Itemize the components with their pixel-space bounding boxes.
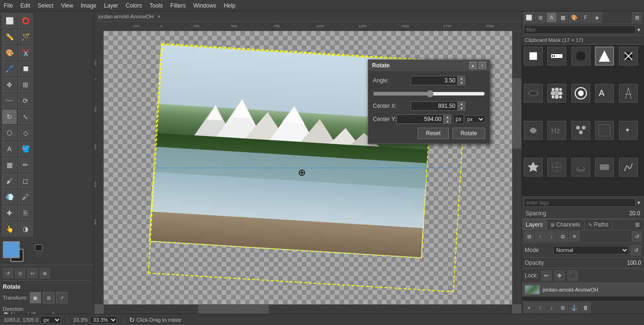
tool-heal[interactable]: ✚ [2,205,17,220]
tool-shear[interactable]: ⬡ [2,125,17,140]
tab-paths[interactable]: ✎ Paths [585,219,613,230]
rotate-dialog-titlebar[interactable]: Rotate ▲ × [368,60,490,71]
brush-cell[interactable] [547,47,566,65]
rotate-dialog-close[interactable]: × [479,62,486,69]
tool-smudge[interactable]: 👆 [2,221,17,236]
brush-cell[interactable] [547,84,566,103]
menu-file[interactable]: File [0,1,17,10]
lock-alpha-btn[interactable]: ⬛ [568,270,578,281]
swap-colors-icon[interactable] [35,244,42,251]
dynamics-icon[interactable]: ◈ [592,12,602,23]
menu-colors[interactable]: Colors [122,1,146,10]
brush-cell[interactable]: Hz [547,121,566,140]
menu-image[interactable]: Image [77,1,100,10]
layers-duplicate-btn[interactable]: ⧉ [558,231,568,242]
tool-select-color[interactable]: 🎨 [2,45,17,60]
tool-pencil[interactable]: ✏ [18,157,33,172]
transform-btn-1[interactable]: ▣ [30,292,41,303]
options-delete-btn[interactable]: ⊗ [40,268,50,278]
tool-free-select[interactable]: ✏️ [2,29,17,44]
reset-button[interactable]: Reset [418,128,448,139]
tool-ink[interactable]: 🖋 [18,189,33,204]
palette-icon[interactable]: 🎨 [569,12,579,23]
delete-layer-btn[interactable]: 🗑 [580,302,591,313]
brush-expand-icon[interactable]: ⊠ [632,12,642,23]
menu-tools[interactable]: Tools [146,1,166,10]
tool-transform[interactable]: ⟳ [18,93,33,108]
angle-input[interactable] [411,76,458,85]
filter-dropdown-icon[interactable]: ▼ [636,27,642,32]
menu-select[interactable]: Select [34,1,57,10]
tool-perspective[interactable]: ◇ [18,125,33,140]
rotate-dialog-maximize[interactable]: ▲ [469,62,477,69]
lock-pixels-btn[interactable]: ✏ [541,270,552,281]
vertical-scrollbar[interactable] [512,31,521,304]
mode-reset-btn[interactable]: ↺ [631,245,641,255]
tool-eraser[interactable]: ◻ [18,173,33,188]
tool-airbrush[interactable]: 💨 [2,189,17,204]
menu-filters[interactable]: Filters [166,1,190,10]
transform-btn-3[interactable]: ↗ [56,292,67,303]
options-restore-btn[interactable]: ↩ [27,268,38,278]
brush-cell[interactable]: A [595,84,614,103]
tags-dropdown-icon[interactable]: ▼ [636,200,642,205]
new-layer-btn[interactable]: + [524,302,534,313]
brush-cell[interactable] [571,84,590,103]
tool-move[interactable]: ✥ [2,77,17,92]
brush-cell[interactable] [524,47,543,65]
center-y-spin-down[interactable]: ▼ [444,119,451,124]
tool-text[interactable]: A [2,141,17,156]
layer-down-btn[interactable]: ↓ [546,302,557,313]
angle-slider[interactable] [373,90,485,98]
tool-brush[interactable]: 🖌 [2,173,17,188]
anchor-layer-btn[interactable]: ⚓ [569,302,579,313]
tool-crop[interactable]: 🔲 [18,61,33,76]
tool-bucket[interactable]: 🪣 [18,141,33,156]
tool-scale[interactable]: ⤡ [18,109,33,124]
duplicate-layer-btn[interactable]: ⧉ [558,302,568,313]
tool-paths[interactable]: 🖊️ [2,61,17,76]
brush-cell-selected[interactable] [595,47,614,65]
tool-ellipse-select[interactable]: ⭕ [18,13,33,28]
brush-cell[interactable] [571,47,590,65]
zoom-select[interactable]: 33.3% 50% 100% [90,316,117,324]
angle-spin-up[interactable]: ▲ [458,76,465,81]
center-x-input[interactable] [411,101,458,111]
tool-scissors[interactable]: ✂️ [18,45,33,60]
options-save-btn[interactable]: ⊙ [15,268,25,278]
layers-refresh-btn[interactable]: ↺ [632,231,642,242]
canvas-close-btn[interactable]: × [157,14,160,19]
menu-edit[interactable]: Edit [17,1,34,10]
layers-raise-btn[interactable]: ↑ [535,231,545,242]
fonts-icon[interactable]: F [580,12,591,23]
brush-tool-icon[interactable]: ⬜ [524,12,534,23]
brush-cell[interactable] [524,121,543,140]
angle-spin-down[interactable]: ▼ [458,81,465,85]
tool-warp[interactable]: 〰 [2,93,17,108]
brush-cell[interactable] [524,84,543,103]
layers-expand-btn[interactable]: ⊠ [631,219,644,230]
brush-cell[interactable] [571,158,590,177]
center-x-spin-down[interactable]: ▼ [458,106,465,111]
rotate-button[interactable]: Rotate [453,128,485,139]
layers-new-group-btn[interactable]: ⊞ [524,231,534,242]
patterns-icon[interactable]: ⊞ [535,12,545,23]
center-x-spin-up[interactable]: ▲ [458,101,465,106]
tool-fuzzy-select[interactable]: 🪄 [18,29,33,44]
tab-channels[interactable]: ⊞ Channels [547,219,585,230]
filter-input[interactable] [524,25,636,34]
unit-select-status[interactable]: px mm [40,316,61,324]
brush-cell[interactable] [524,158,543,177]
tool-rotate[interactable]: ↻ [2,109,17,124]
default-colors-icon[interactable]: ⬛ [35,252,42,259]
menu-windows[interactable]: Windows [190,1,220,10]
brush-cell[interactable] [571,121,590,140]
brush-cell[interactable] [547,158,566,177]
menu-view[interactable]: View [57,1,77,10]
tool-gradient[interactable]: ▦ [2,157,17,172]
foreground-color[interactable] [3,241,20,258]
tags-input[interactable] [524,198,636,207]
layer-item[interactable]: jordan-arnold-AnoswOH [522,283,644,297]
transform-btn-2[interactable]: ⊞ [43,292,54,303]
center-y-spin-up[interactable]: ▲ [444,114,451,119]
